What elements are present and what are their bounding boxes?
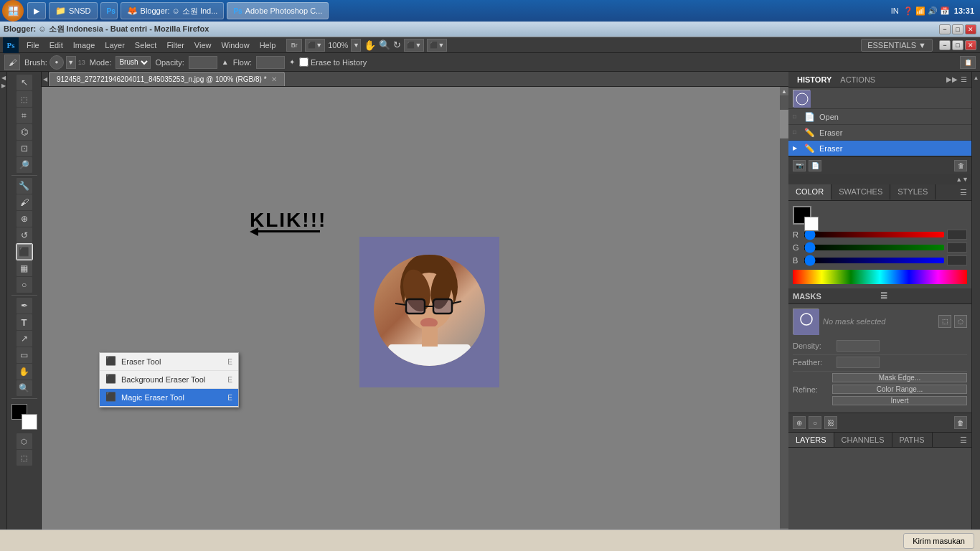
color-spectrum[interactable] xyxy=(793,270,967,284)
r-slider[interactable] xyxy=(804,232,944,237)
ctx-magic-eraser-tool[interactable]: ⬛ Magic Eraser Tool E xyxy=(100,389,238,407)
mask-apply-btn[interactable]: ⊕ xyxy=(793,416,806,429)
taskbar-media-btn[interactable]: ▶ xyxy=(27,2,46,19)
mask-enable-btn[interactable]: ○ xyxy=(809,416,821,429)
tool-zoom[interactable]: 🔍 xyxy=(17,380,32,396)
kirim-masukan-btn[interactable]: Kirim masukan xyxy=(903,533,974,549)
tool-spot-heal[interactable]: 🔧 xyxy=(17,178,32,194)
tool-history-brush[interactable]: ↺ xyxy=(17,227,32,243)
menu-window[interactable]: Window xyxy=(217,37,255,52)
create-snapshot-btn[interactable]: 📷 xyxy=(793,160,806,171)
add-vector-mask-btn[interactable]: ◌ xyxy=(954,315,967,328)
tool-options-icon[interactable]: 🖌 xyxy=(4,55,20,70)
bridge-btn[interactable]: Br xyxy=(286,39,302,52)
menu-file[interactable]: File xyxy=(22,37,44,52)
tool-hand[interactable]: ✋ xyxy=(17,364,32,380)
tool-eyedropper[interactable]: 🔎 xyxy=(17,157,32,173)
tool-quickselect[interactable]: ⌬ xyxy=(17,124,32,140)
tool-shape[interactable]: ▭ xyxy=(17,347,32,363)
history-tab[interactable]: HISTORY xyxy=(793,74,836,85)
tab-layers[interactable]: LAYERS xyxy=(788,433,834,447)
mask-delete-btn[interactable]: 🗑 xyxy=(954,416,967,429)
tab-channels[interactable]: CHANNELS xyxy=(834,433,892,447)
canvas-viewport[interactable]: KLIK!!! ⬛ Eraser Tool E ⬛ Background Era… xyxy=(42,87,788,537)
tool-eraser[interactable]: ⬛ xyxy=(17,244,32,260)
r-value[interactable]: 0 xyxy=(947,230,967,240)
color-panel-menu[interactable]: ☰ xyxy=(956,188,971,197)
hist-scroll-up[interactable]: ▲ xyxy=(956,176,962,183)
menu-layer[interactable]: Layer xyxy=(100,37,130,52)
taskbar-tab-blogger2[interactable]: 🦊 Blogger: ☺ 소원 Ind... xyxy=(121,2,225,19)
minimize-btn[interactable]: − xyxy=(939,24,951,34)
scroll-up-btn[interactable]: ▲ xyxy=(780,87,788,95)
maximize-btn[interactable]: □ xyxy=(952,24,963,34)
right-expand-btn[interactable]: ▲ xyxy=(974,75,979,81)
tool-crop[interactable]: ⊡ xyxy=(17,141,32,156)
taskbar-tab-ps[interactable]: Ps Adobe Photoshop C... xyxy=(227,2,329,19)
density-input[interactable] xyxy=(837,340,880,352)
create-document-btn[interactable]: 📄 xyxy=(809,160,821,171)
tool-brush[interactable]: 🖌 xyxy=(17,194,32,210)
g-slider[interactable] xyxy=(804,245,944,250)
tool-screen-mode[interactable]: ⬚ xyxy=(17,450,32,466)
masks-menu-btn[interactable]: ☰ xyxy=(880,291,968,301)
mode-select[interactable]: Brush xyxy=(116,56,151,69)
view-btn2[interactable]: ⬛▼ xyxy=(427,39,447,52)
flow-input[interactable]: 100% xyxy=(256,56,285,69)
menu-view[interactable]: View xyxy=(189,37,217,52)
options-history-btn[interactable]: 📋 xyxy=(960,56,976,69)
tool-mask[interactable]: ⬡ xyxy=(17,433,32,449)
scroll-thumb-v[interactable] xyxy=(780,110,788,138)
filmstrip-btn[interactable]: ⬛▼ xyxy=(305,39,325,52)
mask-edge-btn[interactable]: Mask Edge... xyxy=(832,373,967,382)
background-color[interactable] xyxy=(22,414,37,430)
opacity-input[interactable]: 100% xyxy=(189,56,217,69)
erase-history-checkbox[interactable] xyxy=(299,57,308,67)
ctx-bg-eraser-tool[interactable]: ⬛ Background Eraser Tool E xyxy=(100,371,238,389)
layers-menu-btn[interactable]: ☰ xyxy=(956,435,971,445)
menu-help[interactable]: Help xyxy=(255,37,281,52)
history-menu-btn[interactable]: ☰ xyxy=(961,75,967,83)
menu-image[interactable]: Image xyxy=(68,37,100,52)
zoom-tool[interactable]: 🔍 xyxy=(379,39,390,50)
menu-filter[interactable]: Filter xyxy=(161,37,189,52)
history-item-eraser2[interactable]: ▶ ✏️ Eraser xyxy=(788,141,971,156)
hand-tool[interactable]: ✋ xyxy=(364,39,376,51)
opacity-slider-arrow[interactable]: ▲ xyxy=(222,58,229,66)
tool-blur[interactable]: ○ xyxy=(17,277,32,293)
tabs-collapse-btn[interactable]: ◀ xyxy=(43,76,47,83)
b-slider[interactable] xyxy=(804,258,944,263)
feather-input[interactable] xyxy=(837,357,880,368)
ps-restore[interactable]: □ xyxy=(952,40,963,50)
view-btn1[interactable]: ⬛▼ xyxy=(404,39,424,52)
menu-edit[interactable]: Edit xyxy=(44,37,68,52)
canvas-tab-main[interactable]: 912458_272721946204011_845035253_n.jpg @… xyxy=(49,72,285,86)
brush-dropdown[interactable]: ▼ xyxy=(66,56,76,69)
tool-marquee[interactable]: ⬚ xyxy=(17,91,32,107)
delete-state-btn[interactable]: 🗑 xyxy=(954,160,967,171)
zoom-dropdown[interactable]: ▼ xyxy=(351,39,361,52)
ps-minimize[interactable]: − xyxy=(939,40,951,50)
tab-styles[interactable]: STYLES xyxy=(890,184,936,200)
tool-lasso[interactable]: ⌗ xyxy=(17,108,32,123)
taskbar-tab-photoshop-icon[interactable]: Ps xyxy=(100,2,118,19)
actions-tab[interactable]: ACTIONS xyxy=(836,74,880,85)
tool-text[interactable]: T xyxy=(17,314,32,330)
tab-color[interactable]: COLOR xyxy=(788,184,831,200)
close-btn[interactable]: ✕ xyxy=(965,24,976,34)
tool-gradient[interactable]: ▦ xyxy=(17,260,32,276)
collapse-left-btn[interactable]: ◀ xyxy=(1,75,6,81)
menu-select[interactable]: Select xyxy=(130,37,162,52)
history-item-open[interactable]: □ 📄 Open xyxy=(788,109,971,125)
hist-scroll-down[interactable]: ▼ xyxy=(962,176,969,183)
b-value[interactable]: 0 xyxy=(947,255,967,265)
taskbar-tab-snsd[interactable]: 📁 SNSD xyxy=(49,2,98,19)
ps-close[interactable]: ✕ xyxy=(965,40,976,50)
tool-clone[interactable]: ⊕ xyxy=(17,211,32,227)
tool-pen[interactable]: ✒ xyxy=(17,298,32,314)
essentials-btn[interactable]: ESSENTIALS ▼ xyxy=(861,39,933,52)
add-pixel-mask-btn[interactable]: ⬚ xyxy=(938,315,951,328)
tool-path-select[interactable]: ↗ xyxy=(17,331,32,347)
history-item-eraser1[interactable]: □ ✏️ Eraser xyxy=(788,125,971,141)
history-expand-btn[interactable]: ▶▶ xyxy=(946,75,958,83)
